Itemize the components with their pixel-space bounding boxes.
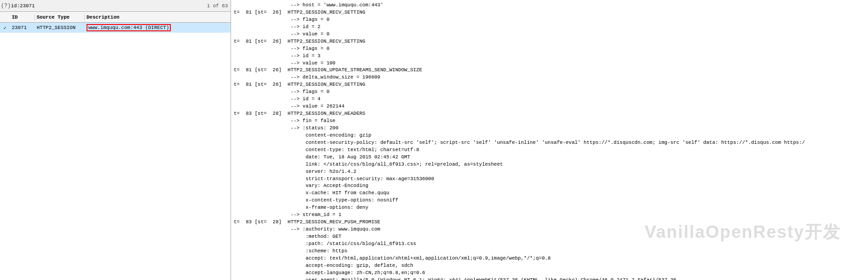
log-line: content-type: text/html; charset=utf-8 [234, 147, 865, 154]
log-line: accept-encoding: gzip, deflate, sdch [234, 262, 865, 270]
log-line: t= 81 [st= 26] HTTP2_SESSION_RECV_SETTIN… [234, 38, 865, 45]
log-line: t= 81 [st= 26] HTTP2_SESSION_RECV_SETTIN… [234, 9, 865, 16]
log-line: :path: /static/css/blog/all_6f913.css [234, 241, 865, 248]
log-line: t= 83 [st= 28] HTTP2_SESSION_RECV_PUSH_P… [234, 219, 865, 226]
table-row[interactable]: ✓ 23071 HTTP2_SESSION www.imququ.com:443… [0, 23, 231, 33]
filter-icon: (?) [0, 3, 9, 9]
header-id: ID [10, 15, 35, 20]
row-source-type: HTTP2_SESSION [35, 25, 85, 30]
log-line: --> flags = 0 [234, 45, 865, 53]
log-line: --> delta_window_size = 196609 [234, 74, 865, 81]
row-check[interactable]: ✓ [0, 25, 10, 31]
log-line: x-frame-options: deny [234, 204, 865, 211]
log-line: :method: GET [234, 233, 865, 241]
filter-bar: (?) 1 of 63 [0, 0, 231, 12]
log-line: --> value = 262144 [234, 103, 865, 110]
row-description: www.imququ.com:443 (DIRECT) [85, 24, 231, 31]
log-line: x-cache: HIT from cache.ququ [234, 190, 865, 197]
log-line: user-agent: Mozilla/5.0 (Windows NT 6.1;… [234, 277, 865, 280]
log-line: server: h2o/1.4.2 [234, 168, 865, 176]
log-line: --> id = 3 [234, 53, 865, 60]
log-line: --> stream_id = 1 [234, 211, 865, 219]
header-description: Description [85, 15, 231, 20]
log-line: accept-language: zh-CN,zh;q=0.8,en;q=0.6 [234, 270, 865, 277]
table-header: ID Source Type Description [0, 12, 231, 23]
header-source-type: Source Type [35, 15, 85, 20]
filter-count: 1 of 63 [207, 3, 231, 9]
log-line: --> :status: 200 [234, 125, 865, 132]
log-line: --> id = 2 [234, 24, 865, 31]
log-line: t= 81 [st= 26] HTTP2_SESSION_RECV_SETTIN… [234, 81, 865, 88]
log-line: --> id = 4 [234, 96, 865, 103]
log-line: link: </static/css/blog/all_6f913.css>; … [234, 161, 865, 168]
log-line: t= 81 [st= 26] HTTP2_SESSION_UPDATE_STRE… [234, 67, 865, 74]
log-line: --> value = 0 [234, 31, 865, 38]
log-line: :scheme: https [234, 248, 865, 255]
log-line: --> value = 100 [234, 60, 865, 67]
log-line: --> fin = false [234, 118, 865, 125]
row-description-value: www.imququ.com:443 (DIRECT) [87, 24, 171, 31]
log-content: --> host = 'www.imququ.com:443't= 81 [st… [234, 2, 865, 280]
log-line: --> flags = 0 [234, 16, 865, 24]
row-id: 23071 [10, 25, 35, 30]
log-line: --> flags = 0 [234, 88, 865, 96]
filter-input[interactable] [9, 2, 207, 10]
log-line: date: Tue, 18 Aug 2015 02:45:42 GMT [234, 154, 865, 161]
log-line: x-content-type-options: nosniff [234, 197, 865, 204]
left-panel: (?) 1 of 63 ID Source Type Description ✓… [0, 0, 231, 280]
log-line: --> host = 'www.imququ.com:443' [234, 2, 865, 9]
log-line: strict-transport-security: max-age=31536… [234, 176, 865, 183]
log-line: content-encoding: gzip [234, 132, 865, 139]
right-panel: --> host = 'www.imququ.com:443't= 81 [st… [231, 0, 868, 280]
log-line: --> :authority: www.imququ.com [234, 226, 865, 233]
log-line: accept: text/html,application/xhtml+xml,… [234, 255, 865, 262]
log-line: t= 83 [st= 28] HTTP2_SESSION_RECV_HEADER… [234, 110, 865, 118]
log-line: vary: Accept-Encoding [234, 182, 865, 190]
log-line: content-security-policy: default-src 'se… [234, 139, 865, 147]
